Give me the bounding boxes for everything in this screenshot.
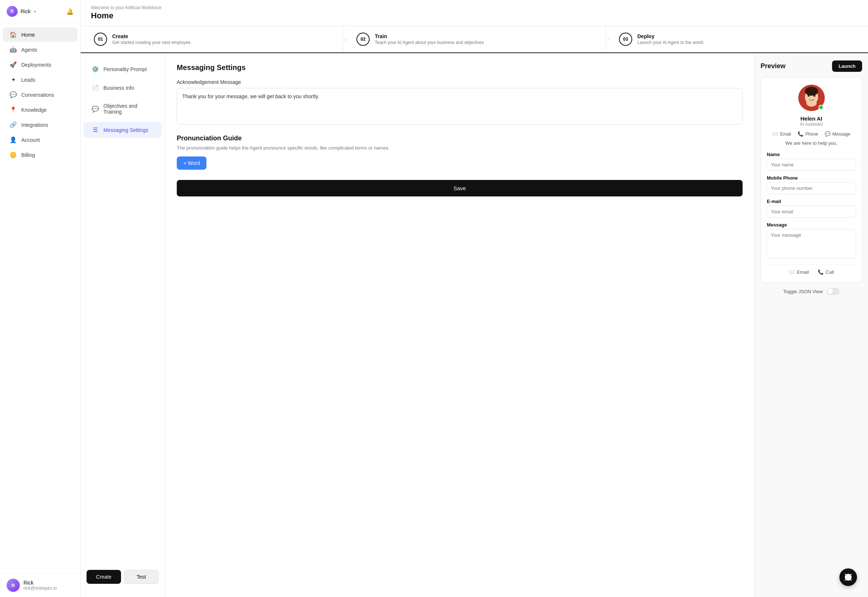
message-action-icon: 💬: [825, 131, 831, 137]
messaging-icon: ☰: [92, 126, 99, 134]
sidebar-item-agents[interactable]: 🤖 Agents: [3, 43, 77, 57]
step-create: 01 Create Get started creating your next…: [81, 26, 343, 52]
nav-label-leads: Leads: [21, 77, 35, 83]
form-input-phone[interactable]: [767, 182, 856, 194]
preview-header: Preview Launch: [761, 61, 862, 72]
footer-action-call[interactable]: 📞 Call: [818, 269, 834, 275]
footer-action-email[interactable]: ✉️ Email: [789, 269, 809, 275]
sidebar-item-conversations[interactable]: 💬 Conversations: [3, 88, 77, 102]
sidebar-item-leads[interactable]: ✦ Leads: [3, 73, 77, 87]
agent-name: Helen AI: [767, 116, 856, 122]
launch-button[interactable]: Launch: [832, 61, 862, 72]
step-desc-create: Get started creating your next employee.: [112, 40, 192, 45]
sidebar-item-home[interactable]: 🏠 Home: [3, 27, 77, 42]
create-button[interactable]: Create: [86, 570, 121, 584]
form-textarea-message[interactable]: [767, 229, 856, 258]
pronunciation-desc: The pronunciation guide helps the Agent …: [177, 145, 743, 151]
step-desc-train: Teach your AI Agent about your business …: [375, 40, 484, 45]
sidebar-item-account[interactable]: 👤 Account: [3, 133, 77, 147]
ack-textarea[interactable]: Thank you for your message, we will get …: [177, 88, 743, 125]
step-text-deploy: Deploy Launch your AI Agent to the world…: [637, 33, 704, 45]
online-status-dot: [819, 105, 823, 110]
nav-label-conversations: Conversations: [21, 92, 54, 98]
nav-label-knowledge: Knowledge: [21, 107, 46, 113]
add-word-button[interactable]: + Word: [177, 156, 207, 170]
business-icon: 📄: [92, 84, 99, 91]
footer-user-name: Rick: [24, 580, 57, 586]
nav-label-agents: Agents: [21, 47, 37, 53]
sidebar-item-knowledge[interactable]: 📍 Knowledge: [3, 102, 77, 117]
panel-item-business[interactable]: 📄 Business Info: [83, 80, 162, 96]
sidebar-item-deployments[interactable]: 🚀 Deployments: [3, 58, 77, 72]
step-title-train: Train: [375, 33, 484, 39]
user-info-footer: Rick rick@ricklopez.io: [24, 580, 57, 591]
toggle-label: Toggle JSON View: [783, 289, 823, 294]
user-avatar-footer: R: [7, 579, 20, 592]
main-area: Welcome to your Artificial Workforce Hom…: [81, 0, 868, 597]
step-title-create: Create: [112, 33, 192, 39]
action-message-label: Message: [832, 132, 850, 137]
page-title: Home: [91, 11, 858, 21]
toggle-row: Toggle JSON View: [761, 288, 862, 295]
billing-icon: 🪙: [9, 151, 17, 158]
panel-buttons: Create Test: [81, 564, 165, 590]
form-input-name[interactable]: [767, 159, 856, 171]
sidebar-header: R Rick ▾ 🔔: [0, 0, 80, 23]
footer-user-email: rick@ricklopez.io: [24, 586, 57, 591]
nav-label-account: Account: [21, 137, 40, 143]
panel-label-objectives: Objectives and Training: [103, 103, 154, 115]
form-label-name: Name: [767, 152, 856, 157]
sidebar-footer: R Rick rick@ricklopez.io: [0, 573, 80, 597]
user-top[interactable]: R Rick ▾: [7, 6, 36, 17]
footer-email-icon: ✉️: [789, 269, 795, 275]
objectives-icon: 💬: [92, 105, 99, 113]
notification-bell-icon[interactable]: 🔔: [66, 8, 74, 15]
agent-avatar-container: [798, 85, 825, 111]
form-label-email: E-mail: [767, 199, 856, 204]
action-phone[interactable]: 📞 Phone: [798, 131, 818, 137]
panel-item-messaging[interactable]: ☰ Messaging Settings: [83, 122, 162, 138]
account-icon: 👤: [9, 136, 17, 143]
sidebar-item-billing[interactable]: 🪙 Billing: [3, 148, 77, 162]
panel-item-objectives[interactable]: 💬 Objectives and Training: [83, 99, 162, 119]
save-button[interactable]: Save: [177, 180, 743, 196]
preview-footer: ✉️ Email 📞 Call: [767, 264, 856, 275]
form-group-phone: Mobile Phone: [767, 175, 856, 194]
fab-button[interactable]: [840, 569, 857, 586]
pronunciation-title: Pronunciation Guide: [177, 135, 743, 142]
action-message[interactable]: 💬 Message: [825, 131, 850, 137]
action-email[interactable]: ✉️ Email: [772, 131, 791, 137]
steps-bar: 01 Create Get started creating your next…: [81, 26, 868, 53]
deployments-icon: 🚀: [9, 61, 17, 68]
agent-avatar-wrap: [767, 85, 856, 111]
panel-item-personality[interactable]: ⚙️ Personality Prompt: [83, 61, 162, 77]
nav-label-deployments: Deployments: [21, 62, 51, 68]
left-panel: ⚙️ Personality Prompt 📄 Business Info 💬 …: [81, 53, 165, 597]
personality-icon: ⚙️: [92, 65, 99, 73]
panel-label-business: Business Info: [103, 85, 134, 91]
footer-call-label: Call: [826, 269, 834, 275]
svg-point-5: [805, 87, 818, 96]
footer-call-icon: 📞: [818, 269, 823, 275]
form-input-email[interactable]: [767, 206, 856, 218]
form-group-name: Name: [767, 152, 856, 171]
test-button[interactable]: Test: [124, 570, 159, 584]
json-view-toggle[interactable]: [826, 288, 840, 295]
fab-icon: [844, 573, 852, 581]
sidebar-item-integrations[interactable]: 🔗 Integrations: [3, 117, 77, 132]
leads-icon: ✦: [9, 76, 17, 83]
form-group-email: E-mail: [767, 199, 856, 218]
step-desc-deploy: Launch your AI Agent to the world.: [637, 40, 704, 45]
form-label-message: Message: [767, 222, 856, 227]
preview-card: Helen AI AI Assistant ✉️ Email 📞 Phone 💬…: [761, 77, 862, 282]
footer-email-label: Email: [797, 269, 809, 275]
phone-action-icon: 📞: [798, 131, 804, 137]
form-group-message: Message: [767, 222, 856, 260]
conversations-icon: 💬: [9, 91, 17, 98]
panel-label-messaging: Messaging Settings: [103, 127, 148, 133]
step-arrow-2: ›: [607, 36, 609, 43]
sidebar: R Rick ▾ 🔔 🏠 Home 🤖 Agents 🚀 Deployments…: [0, 0, 81, 597]
agent-tagline: We are here to help you.: [767, 140, 856, 146]
action-phone-label: Phone: [805, 132, 818, 137]
section-title: Messaging Settings: [177, 63, 743, 72]
